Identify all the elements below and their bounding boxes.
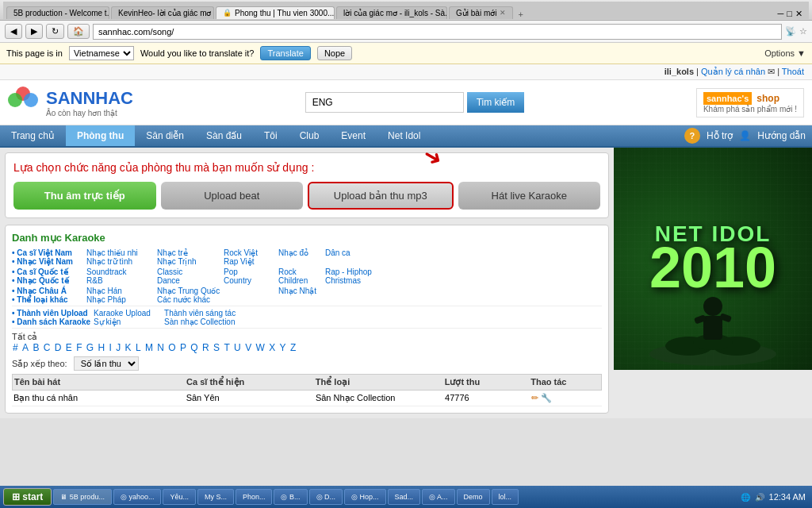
tab-4[interactable]: Gửi bài mới ✕	[449, 6, 513, 19]
x-link[interactable]: X	[269, 342, 275, 353]
taskbar-item-a[interactable]: ◎ A...	[422, 489, 455, 505]
tab-close-4[interactable]: ✕	[500, 9, 506, 17]
taskbar-item-yeu[interactable]: Yêu...	[163, 489, 196, 505]
hat-live-button[interactable]: Hát live Karaoke	[458, 182, 601, 210]
address-bar[interactable]	[93, 24, 782, 40]
karaoke-upload-link[interactable]: Karaoke Upload	[94, 309, 161, 318]
help-button[interactable]: ?	[684, 128, 700, 144]
cac-nuoc-khac-link[interactable]: Các nước khác	[157, 295, 220, 304]
b-link[interactable]: B	[33, 342, 39, 353]
taskbar-item-b[interactable]: ◎ B...	[274, 489, 307, 505]
rock-viet-link[interactable]: Rock Việt	[224, 248, 275, 257]
l-link[interactable]: L	[136, 342, 141, 353]
r-link[interactable]: R	[202, 342, 209, 353]
taskbar-item-phon[interactable]: Phon...	[236, 489, 273, 505]
shop-banner[interactable]: sannhac's shop Khám phá sản phẩm mới !	[696, 88, 804, 117]
pop-link[interactable]: Pop	[224, 267, 275, 276]
star-icon[interactable]: ☆	[799, 26, 807, 37]
nav-san-dau[interactable]: Sàn đấu	[195, 125, 253, 146]
ho-tro-link[interactable]: Hỗ trợ	[707, 130, 733, 141]
e-link[interactable]: E	[66, 342, 72, 353]
nav-net-idol[interactable]: Net Idol	[377, 125, 431, 146]
huong-dan-link[interactable]: Hướng dẫn	[757, 130, 806, 141]
row-action[interactable]: ✏ 🔧	[531, 393, 600, 403]
nhac-tre-link[interactable]: Nhạc trẻ	[157, 248, 220, 257]
nav-san-dien[interactable]: Sân diễn	[135, 125, 195, 146]
rock-link[interactable]: Rock	[278, 267, 322, 276]
children-link[interactable]: Children	[278, 276, 322, 285]
nhac-thieu-nhi-link[interactable]: Nhạc thiếu nhi	[86, 248, 154, 257]
nav-toi[interactable]: Tôi	[253, 125, 289, 146]
n-link[interactable]: N	[157, 342, 164, 353]
the-loai-khac-link[interactable]: • Thể loại khác	[12, 295, 83, 304]
taskbar-item-0[interactable]: 🖥 5B produ...	[53, 489, 112, 505]
tab-3[interactable]: lời của giác mơ - ili_kols - Sà... ✕	[336, 6, 447, 19]
nhac-do-link[interactable]: Nhạc đỏ	[278, 248, 322, 257]
nhac-nhat-link[interactable]: Nhạc Nhật	[278, 287, 322, 295]
o-link[interactable]: O	[168, 342, 175, 353]
nhac-viet-nam-link[interactable]: • Nhạc Việt Nam	[12, 257, 83, 266]
translate-button[interactable]: Translate	[260, 46, 310, 60]
classic-link[interactable]: Classic	[157, 267, 220, 276]
upload-beat-button[interactable]: Upload beat	[161, 182, 304, 210]
christmas-link[interactable]: Christmas	[325, 276, 372, 285]
su-kien-link[interactable]: Sự kiện	[94, 318, 161, 326]
taskbar-item-d[interactable]: ◎ D...	[309, 489, 343, 505]
back-btn[interactable]: ◀	[5, 24, 22, 39]
rap-viet-link[interactable]: Rap Việt	[224, 257, 275, 266]
maximize-btn[interactable]: □	[787, 9, 792, 19]
a-link[interactable]: A	[22, 342, 29, 353]
nope-button[interactable]: Nope	[317, 46, 352, 60]
thu-am-button[interactable]: Thu âm trực tiếp	[13, 182, 156, 210]
nav-phong-thu[interactable]: Phòng thu	[66, 125, 135, 146]
f-link[interactable]: F	[76, 342, 82, 353]
soundtrack-link[interactable]: Soundtrack	[86, 267, 154, 276]
nhac-quoc-te-link[interactable]: • Nhạc Quốc tế	[12, 276, 83, 285]
manage-profile-link[interactable]: Quản lý cá nhân	[701, 67, 765, 76]
y-link[interactable]: Y	[280, 342, 286, 353]
close-btn[interactable]: ✕	[795, 9, 802, 19]
taskbar-item-yahoo[interactable]: ◎ yahoo...	[113, 489, 162, 505]
logout-link[interactable]: Thoát	[782, 67, 804, 76]
new-tab-btn[interactable]: +	[518, 10, 523, 19]
danh-sach-link[interactable]: • Danh sách Karaoke	[12, 318, 90, 326]
options-button[interactable]: Options ▼	[764, 48, 806, 58]
t-link[interactable]: T	[224, 342, 229, 353]
dance-link[interactable]: Dance	[157, 276, 220, 285]
nav-trang-chu[interactable]: Trang chủ	[0, 125, 66, 146]
u-link[interactable]: U	[234, 342, 241, 353]
k-link[interactable]: K	[125, 342, 132, 353]
thanh-vien-sang-tac-link[interactable]: Thành viên sáng tác	[164, 309, 291, 318]
h-link[interactable]: H	[98, 342, 105, 353]
tab-2[interactable]: 🔒 Phong thu | Thu vien 3000... ✕	[216, 6, 335, 19]
nhac-han-link[interactable]: Nhạc Hán	[86, 287, 154, 295]
san-nhac-link[interactable]: Sàn nhạc Collection	[164, 318, 291, 326]
j-link[interactable]: J	[116, 342, 121, 353]
taskbar-item-hop[interactable]: ◎ Hop...	[344, 489, 386, 505]
start-button[interactable]: ⊞ start	[3, 488, 52, 506]
minimize-btn[interactable]: ─	[778, 9, 784, 19]
taskbar-item-demo[interactable]: Demo	[457, 489, 490, 505]
q-link[interactable]: Q	[190, 342, 197, 353]
v-link[interactable]: V	[245, 342, 251, 353]
i-link[interactable]: I	[109, 342, 112, 353]
nav-event[interactable]: Event	[330, 125, 377, 146]
c-link[interactable]: C	[44, 342, 51, 353]
taskbar-item-sad[interactable]: Sad...	[388, 489, 421, 505]
m-link[interactable]: M	[145, 342, 153, 353]
nhac-tru-tinh-link[interactable]: Nhạc trữ tình	[86, 257, 154, 266]
site-logo[interactable]: SANNHAC Âo còn hay hơn thật	[8, 87, 133, 118]
nhac-chau-a-link[interactable]: • Nhạc Châu Á	[12, 287, 83, 295]
search-input[interactable]	[305, 92, 464, 113]
nhac-trung-quoc-link[interactable]: Nhạc Trung Quốc	[157, 287, 220, 295]
taskbar-item-my[interactable]: My S...	[197, 489, 234, 505]
tab-1[interactable]: KevinHeo- lời của giác mơ ✕	[111, 6, 214, 19]
nhac-trinh-link[interactable]: Nhạc Trịnh	[157, 257, 220, 266]
forward-btn[interactable]: ▶	[25, 24, 43, 39]
home-btn[interactable]: 🏠	[67, 24, 90, 39]
language-select[interactable]: Vietnamese	[69, 46, 134, 60]
nav-club[interactable]: Club	[289, 125, 331, 146]
search-button[interactable]: Tim kiếm	[467, 92, 525, 113]
sort-select[interactable]: Số lần thu	[74, 356, 139, 371]
z-link[interactable]: Z	[290, 342, 296, 353]
